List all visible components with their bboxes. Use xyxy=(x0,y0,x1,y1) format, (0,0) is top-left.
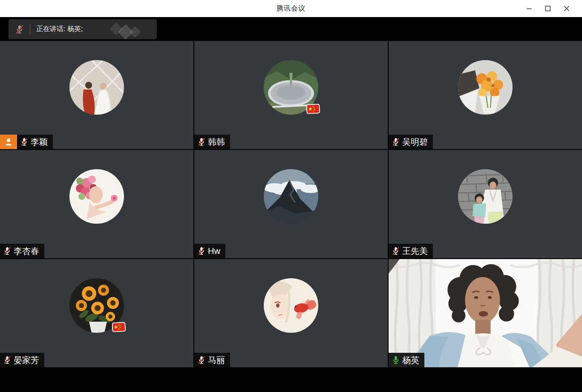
participant-tile[interactable]: 马丽 xyxy=(194,259,388,367)
avatar xyxy=(458,60,513,115)
active-mic-icon xyxy=(391,355,400,365)
wedding-photo-avatar xyxy=(69,60,124,115)
minimize-button[interactable] xyxy=(520,0,539,17)
avatar xyxy=(69,169,124,224)
muted-mic-icon xyxy=(391,246,400,256)
avatar xyxy=(264,60,318,115)
muted-mic-icon xyxy=(14,24,25,35)
live-video xyxy=(389,259,582,367)
name-bar: Hw xyxy=(194,244,225,258)
name-bar: 晏家芳 xyxy=(0,353,44,367)
meeting-logo-diamonds-icon xyxy=(111,23,145,36)
avatar xyxy=(264,169,318,224)
participant-tile[interactable]: 王先美 xyxy=(389,150,582,258)
avatar xyxy=(264,278,318,333)
participant-name: 吴明碧 xyxy=(402,135,428,149)
anime-goldfish-avatar xyxy=(264,278,318,333)
name-bar: 李杏春 xyxy=(0,244,44,258)
flower-bouquet-avatar xyxy=(458,60,513,115)
window-titlebar: 腾讯会议 xyxy=(0,0,582,17)
participant-tile-speaking[interactable]: 杨英 xyxy=(389,259,582,367)
avatar xyxy=(69,60,124,115)
window-controls xyxy=(520,0,576,17)
participant-tile[interactable]: 晏家芳 xyxy=(0,259,193,367)
participant-tile[interactable]: 吴明碧 xyxy=(389,41,582,149)
muted-mic-icon xyxy=(3,246,12,256)
mountain-clouds-avatar xyxy=(264,169,318,224)
close-icon xyxy=(564,6,570,12)
name-bar: 吴明碧 xyxy=(389,135,433,149)
participant-tile[interactable]: 韩韩 xyxy=(194,41,388,149)
minimize-icon xyxy=(526,6,532,12)
participant-name: 韩韩 xyxy=(208,135,225,149)
muted-mic-icon xyxy=(197,355,206,365)
maximize-button[interactable] xyxy=(539,0,557,17)
muted-mic-icon xyxy=(20,137,29,147)
participant-name: 李杏春 xyxy=(14,244,39,258)
muted-mic-icon xyxy=(197,246,206,256)
china-flag-badge xyxy=(112,322,126,334)
muted-mic-icon xyxy=(197,137,206,147)
avatar xyxy=(458,169,513,224)
speaking-banner-text: 正在讲话: 杨英; xyxy=(36,25,83,34)
name-bar: 王先美 xyxy=(389,244,433,258)
china-flag-badge xyxy=(306,104,320,116)
maximize-icon xyxy=(545,6,551,12)
participant-name: 李颖 xyxy=(31,135,48,149)
flower-hair-art-avatar xyxy=(69,169,124,224)
participant-grid: 李颖 xyxy=(0,41,582,367)
woman-and-child-avatar xyxy=(458,169,513,224)
participant-name: 晏家芳 xyxy=(14,353,39,367)
participant-name: 王先美 xyxy=(402,244,428,258)
profile-badge xyxy=(0,135,17,149)
close-button[interactable] xyxy=(557,0,576,17)
live-video-frame xyxy=(389,259,582,367)
participant-name: 杨英 xyxy=(402,353,419,367)
name-bar: 韩韩 xyxy=(194,135,230,149)
name-bar: 马丽 xyxy=(194,353,230,367)
name-bar: 杨英 xyxy=(389,353,424,367)
participant-tile[interactable]: Hw xyxy=(194,150,388,258)
person-icon xyxy=(4,137,13,147)
window-title: 腾讯会议 xyxy=(277,4,305,13)
speaking-banner: 正在讲话: 杨英; xyxy=(9,19,157,39)
name-bar: 李颖 xyxy=(0,135,53,149)
avatar xyxy=(69,278,124,333)
participant-name: Hw xyxy=(208,244,220,258)
muted-mic-icon xyxy=(391,137,400,147)
participant-tile[interactable]: 李杏春 xyxy=(0,150,193,258)
participant-name: 马丽 xyxy=(208,353,225,367)
banner-divider xyxy=(30,24,30,35)
muted-mic-icon xyxy=(3,355,12,365)
meeting-stage: 正在讲话: 杨英; xyxy=(0,17,582,392)
participant-tile[interactable]: 李颖 xyxy=(0,41,193,149)
